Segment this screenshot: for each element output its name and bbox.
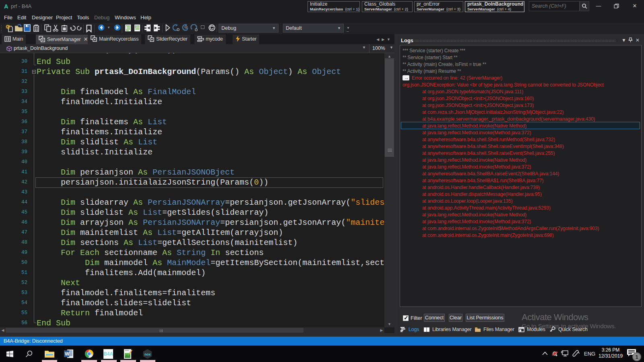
svg-text:2: 2 — [135, 25, 137, 28]
svg-text:W: W — [65, 351, 70, 357]
svg-text:nox: nox — [144, 352, 151, 356]
